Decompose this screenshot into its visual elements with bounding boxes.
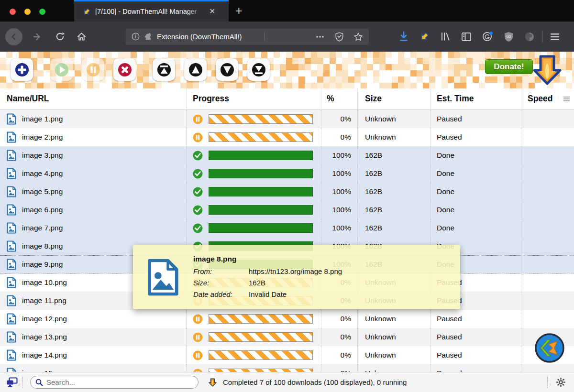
download-name: image 6.png xyxy=(22,206,63,214)
search-input[interactable] xyxy=(46,378,198,386)
header-name-url[interactable]: Name/URL xyxy=(0,88,187,109)
page-info-icon[interactable] xyxy=(132,33,140,41)
move-to-bottom-button[interactable] xyxy=(247,58,270,81)
table-row[interactable]: image 15.png 0% Unknown Paused xyxy=(0,364,574,372)
add-downloads-button[interactable] xyxy=(11,58,33,81)
network-monitor-icon[interactable] xyxy=(6,377,18,388)
header-percent[interactable]: % xyxy=(321,88,358,109)
size-value: 162B xyxy=(358,183,430,201)
percent-value: 0% xyxy=(321,364,358,372)
header-size[interactable]: Size xyxy=(358,88,430,109)
header-speed[interactable]: Speed xyxy=(528,94,553,104)
extension-overlay-badge[interactable] xyxy=(534,333,565,365)
grammar-extension-icon[interactable] xyxy=(482,31,493,42)
table-row[interactable]: image 3.png 100% 162B Done xyxy=(0,146,574,164)
table-row[interactable]: image 12.png 0% Unknown Paused xyxy=(0,310,574,328)
move-to-top-button[interactable] xyxy=(153,58,175,81)
est-time-value: Done xyxy=(430,201,521,219)
speed-value xyxy=(521,256,574,273)
new-tab-button[interactable]: + xyxy=(235,3,243,18)
progress-bar xyxy=(209,114,313,124)
close-window-button[interactable] xyxy=(10,9,16,15)
titlebar: [7/100] - DownThemAll! Manager ✕ + xyxy=(0,0,574,22)
speed-value xyxy=(521,310,574,328)
resume-button[interactable] xyxy=(50,58,73,81)
table-row[interactable]: image 1.png 0% Unknown Paused xyxy=(0,110,574,128)
progress-bar xyxy=(209,350,313,360)
menu-hamburger-icon[interactable] xyxy=(550,33,560,41)
sidebar-toggle-icon[interactable] xyxy=(461,32,472,42)
zoom-window-button[interactable] xyxy=(39,9,45,15)
size-value: Unknown xyxy=(358,110,430,128)
image-file-icon xyxy=(6,168,17,179)
speed-value xyxy=(521,110,574,128)
download-name: image 13.png xyxy=(22,333,67,341)
download-name: image 14.png xyxy=(22,351,67,359)
table-row[interactable]: image 13.png 0% Unknown Paused xyxy=(0,328,574,346)
extension-puzzle-icon xyxy=(144,32,153,41)
percent-value: 0% xyxy=(321,328,358,346)
header-progress[interactable]: Progress xyxy=(187,88,321,109)
paused-status-icon xyxy=(193,350,203,360)
progress-bar xyxy=(209,332,313,342)
progress-bar xyxy=(209,314,313,324)
library-icon[interactable] xyxy=(440,32,451,42)
download-name: image 1.png xyxy=(22,115,63,123)
home-button[interactable] xyxy=(77,32,87,42)
settings-gear-icon[interactable] xyxy=(556,377,566,387)
donate-button[interactable]: Donate! xyxy=(485,59,533,74)
tooltip-date-value: Invalid Date xyxy=(249,289,342,300)
column-picker-icon[interactable] xyxy=(563,94,570,104)
image-file-icon xyxy=(6,368,17,372)
progress-bar xyxy=(209,369,313,372)
table-row[interactable]: image 7.png 100% 162B Done xyxy=(0,219,574,237)
dta-toolbar: Donate! xyxy=(0,52,574,88)
download-name: image 11.png xyxy=(22,296,66,305)
bookmark-star-icon[interactable] xyxy=(353,32,363,42)
done-status-icon xyxy=(193,151,203,161)
speed-value xyxy=(521,237,574,255)
est-time-value: Paused xyxy=(430,346,521,364)
size-value: 162B xyxy=(358,201,430,219)
table-row[interactable]: image 14.png 0% Unknown Paused xyxy=(0,346,574,364)
table-row[interactable]: image 6.png 100% 162B Done xyxy=(0,201,574,219)
forward-button[interactable] xyxy=(33,32,43,42)
table-row[interactable]: image 4.png 100% 162B Done xyxy=(0,164,574,183)
download-name: image 7.png xyxy=(22,224,63,232)
size-value: Unknown xyxy=(358,346,430,364)
percent-value: 100% xyxy=(321,201,358,219)
cancel-button[interactable] xyxy=(113,58,136,81)
move-down-button[interactable] xyxy=(216,58,238,81)
reload-button[interactable] xyxy=(55,32,65,42)
pause-button[interactable] xyxy=(82,58,104,81)
percent-value: 100% xyxy=(321,183,358,201)
tab-close-button[interactable]: ✕ xyxy=(209,8,215,15)
back-button[interactable] xyxy=(5,28,22,45)
speed-value xyxy=(521,164,574,183)
image-file-icon xyxy=(6,259,17,270)
minimize-window-button[interactable] xyxy=(24,9,31,15)
percent-value: 0% xyxy=(321,128,358,146)
move-up-button[interactable] xyxy=(184,58,207,81)
dark-mode-extension-icon[interactable] xyxy=(524,32,535,42)
pocket-shield-icon[interactable] xyxy=(335,32,344,42)
speed-value xyxy=(521,273,574,292)
browser-tab[interactable]: [7/100] - DownThemAll! Manager ✕ xyxy=(74,0,229,22)
urlbar[interactable]: Extension (DownThemAll!) xyxy=(126,29,369,45)
download-name: image 10.png xyxy=(22,278,67,287)
speed-value xyxy=(521,292,574,310)
header-est-time[interactable]: Est. Time xyxy=(430,88,521,109)
done-status-icon xyxy=(193,205,203,215)
image-file-icon xyxy=(6,313,17,325)
image-file-icon xyxy=(6,131,17,143)
ublock-origin-icon[interactable]: UO xyxy=(504,32,514,42)
downloads-button[interactable] xyxy=(398,31,409,42)
size-value: 162B xyxy=(358,146,430,164)
table-row[interactable]: image 5.png 100% 162B Done xyxy=(0,183,574,201)
status-bar: Completed 7 of 100 downloads (100 displa… xyxy=(0,372,574,392)
table-row[interactable]: image 2.png 0% Unknown Paused xyxy=(0,128,574,146)
download-name: image 5.png xyxy=(22,187,63,196)
search-box[interactable] xyxy=(30,376,199,389)
dta-extension-icon[interactable] xyxy=(419,32,430,42)
page-actions-icon[interactable] xyxy=(316,35,324,38)
